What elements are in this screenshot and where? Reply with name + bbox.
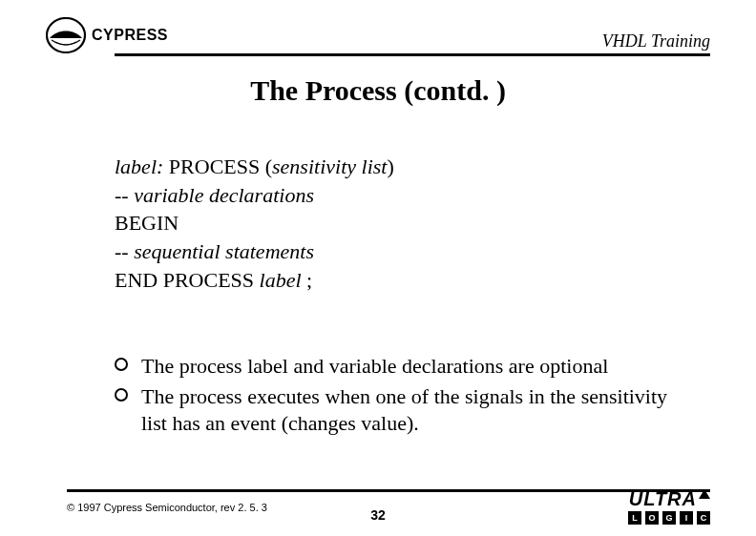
code-token: label [260,268,302,292]
code-line-5: END PROCESS label ; [115,266,699,295]
code-token: PROCESS ( [163,155,272,178]
list-item: The process label and variable declarati… [115,353,680,380]
code-line-4: -- sequential statements [115,237,699,266]
code-token: sensitivity list [272,155,387,178]
cypress-logo-icon [46,17,86,53]
code-token: -- [115,183,134,207]
bullet-text: The process label and variable declarati… [141,353,680,380]
triangle-icon [699,489,710,499]
code-token: ) [387,155,393,178]
code-token: END PROCESS [115,268,260,292]
logic-box: L [628,511,641,525]
svg-point-2 [116,389,127,401]
list-item: The process executes when one of the sig… [115,383,680,437]
ultra-word: ULTRA [629,488,697,509]
code-token: sequential statements [134,239,314,263]
logic-box: O [645,511,659,525]
code-block: label: PROCESS (sensitivity list) -- var… [115,153,699,294]
code-token: variable declarations [134,183,314,207]
code-line-3: BEGIN [115,209,699,237]
code-token: ; [302,268,313,292]
logic-box: G [662,511,676,525]
code-line-2: -- variable declarations [115,181,699,210]
bullet-text: The process executes when one of the sig… [141,383,680,437]
code-token: -- [115,239,134,263]
logic-box: I [680,511,693,525]
code-token: label: [115,155,163,178]
ultra-logo: ULTRA L O G I C [628,489,710,525]
logic-box: C [697,511,710,525]
ultra-word-row: ULTRA [628,489,710,509]
page-title: The Process (contd. ) [0,74,756,107]
header-rule [115,53,710,56]
footer-rule [67,489,710,492]
ultra-boxes: L O G I C [628,511,710,525]
header-label: VHDL Training [602,31,710,53]
brand-logo: CYPRESS [46,17,168,53]
bullet-icon [115,383,141,402]
bullet-icon [115,353,141,371]
code-line-1: label: PROCESS (sensitivity list) [115,153,699,181]
header: CYPRESS VHDL Training [46,17,710,53]
brand-name: CYPRESS [92,27,168,44]
svg-point-1 [116,359,127,370]
bullet-list: The process label and variable declarati… [115,353,680,441]
